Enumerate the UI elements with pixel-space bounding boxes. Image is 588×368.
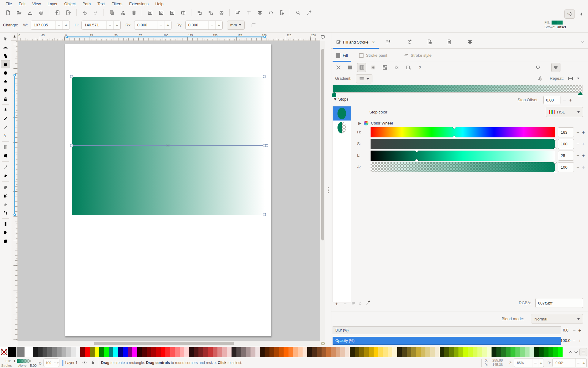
link-stops-icon[interactable] — [351, 301, 356, 306]
color-mode-dropdown[interactable]: HSL — [546, 107, 583, 117]
tool-spiral[interactable] — [1, 94, 10, 103]
palette-none-swatch[interactable] — [0, 347, 8, 357]
palette-swatch[interactable] — [38, 347, 42, 357]
menu-view[interactable]: View — [29, 1, 44, 7]
panel-menu-chevron-icon[interactable] — [578, 37, 587, 46]
horizontal-scrollbar-thumb[interactable] — [94, 342, 234, 345]
paste-button[interactable] — [128, 8, 139, 17]
sb-opacity-plus[interactable]: + — [56, 359, 59, 367]
blend-mode-dropdown[interactable]: Normal — [531, 314, 583, 324]
palette-swatch[interactable] — [217, 347, 222, 357]
palette-swatch[interactable] — [90, 347, 94, 357]
slider-value[interactable]: 100 — [558, 162, 574, 172]
fill-rule-evenodd-icon[interactable] — [533, 63, 543, 72]
find-button[interactable] — [292, 8, 303, 17]
palette-swatch[interactable] — [355, 347, 359, 357]
print-button[interactable] — [36, 8, 47, 17]
palette-swatch[interactable] — [482, 347, 487, 357]
palette-swatch[interactable] — [85, 347, 90, 357]
palette-swatch[interactable] — [8, 347, 17, 357]
zoom-page-button[interactable] — [167, 8, 178, 17]
text-dialog-button[interactable] — [243, 8, 254, 17]
height-plus[interactable]: + — [113, 21, 120, 29]
palette-swatch[interactable] — [444, 347, 449, 357]
palette-swatch[interactable] — [530, 347, 534, 357]
slider-marker[interactable] — [452, 136, 456, 138]
stop-offset-plus[interactable]: + — [567, 95, 574, 105]
palette-swatch[interactable] — [312, 347, 317, 357]
tool-star[interactable] — [1, 77, 10, 86]
palette-swatch[interactable] — [251, 347, 255, 357]
zoom-minus[interactable]: − — [533, 358, 538, 367]
add-stop-button[interactable]: + — [333, 299, 340, 309]
slider-marker[interactable] — [415, 150, 419, 152]
fill-type-swatch[interactable] — [392, 63, 401, 72]
undo-button[interactable] — [79, 8, 90, 17]
palette-swatch[interactable] — [303, 347, 307, 357]
opacity-slider[interactable]: Opacity (%) — [333, 337, 561, 345]
layer-lock-icon[interactable] — [91, 360, 95, 365]
fill-type-radial-gradient[interactable] — [369, 63, 378, 72]
ry-value[interactable]: 0.000 — [186, 23, 208, 27]
align-dialog-button[interactable] — [254, 8, 265, 17]
fill-type-linear-gradient[interactable] — [357, 63, 366, 72]
rgba-field[interactable]: 007f5bff — [535, 298, 583, 308]
palette-swatch[interactable] — [506, 347, 511, 357]
palette-swatch[interactable] — [392, 347, 397, 357]
handle-mid-left[interactable] — [70, 144, 73, 147]
vertical-ruler[interactable]: 255075100125150175200225250275 — [11, 41, 18, 341]
tool-selector[interactable] — [1, 34, 10, 43]
tool-pages[interactable] — [1, 237, 10, 245]
handle-top-left[interactable] — [70, 75, 73, 78]
palette-swatch[interactable] — [132, 347, 137, 357]
menu-filters[interactable]: Filters — [108, 1, 125, 7]
zoom-drawing-button[interactable] — [156, 8, 167, 17]
palette-menu-icon[interactable] — [579, 348, 587, 356]
palette-swatch[interactable] — [496, 347, 501, 357]
fill-stroke-dialog-button[interactable] — [232, 8, 243, 17]
palette-swatch[interactable] — [104, 347, 109, 357]
fill-type-unknown[interactable]: ? — [415, 63, 424, 72]
zoom-field[interactable]: 85% − + — [514, 358, 544, 367]
slider-bar-alpha[interactable] — [371, 162, 555, 172]
palette-swatch[interactable] — [232, 347, 236, 357]
palette-swatch[interactable] — [477, 347, 482, 357]
tool-eraser[interactable] — [1, 200, 10, 208]
cut-button[interactable] — [117, 8, 128, 17]
palette-swatch[interactable] — [468, 347, 473, 357]
unit-dropdown[interactable]: mm — [227, 21, 245, 30]
fill-type-pattern[interactable] — [380, 63, 390, 72]
gradient-select-button[interactable] — [356, 74, 372, 83]
not-rounded-icon[interactable] — [251, 22, 256, 28]
slider-marker[interactable] — [415, 159, 419, 161]
menu-file[interactable]: File — [2, 1, 15, 7]
palette-swatch[interactable] — [76, 347, 80, 357]
color-wheel-expander[interactable]: ▶ Color Wheel — [358, 121, 393, 125]
height-value[interactable]: 140.571 — [82, 23, 106, 27]
menu-path[interactable]: Path — [79, 1, 94, 7]
rotation-minus[interactable]: − — [575, 358, 581, 367]
palette-swatch[interactable] — [492, 347, 496, 357]
save-button[interactable] — [24, 8, 36, 17]
palette-swatch[interactable] — [165, 347, 170, 357]
palette-swatch[interactable] — [52, 347, 57, 357]
style-indicator[interactable]: Fill: Stroke: Unset — [545, 20, 566, 29]
zoom-selection-button[interactable] — [145, 8, 156, 17]
slider-marker[interactable] — [452, 127, 456, 129]
height-minus[interactable]: − — [106, 21, 113, 29]
vertical-scrollbar[interactable] — [320, 41, 325, 341]
document-icon[interactable] — [445, 37, 454, 46]
palette-swatch[interactable] — [440, 347, 444, 357]
palette-swatch[interactable] — [411, 347, 416, 357]
collapse-snapbar-button[interactable] — [576, 10, 586, 19]
close-icon[interactable]: ✕ — [372, 40, 375, 44]
menu-help[interactable]: Help — [152, 1, 167, 7]
palette-swatch[interactable] — [345, 347, 350, 357]
palette-swatch[interactable] — [198, 347, 203, 357]
palette-swatch[interactable] — [246, 347, 251, 357]
slider-value[interactable]: 25 — [558, 151, 574, 161]
horizontal-ruler[interactable]: -50-250255075100125150175200225250 — [18, 33, 320, 41]
palette-swatch[interactable] — [307, 347, 312, 357]
palette-swatch[interactable] — [284, 347, 288, 357]
palette-swatch[interactable] — [66, 347, 71, 357]
